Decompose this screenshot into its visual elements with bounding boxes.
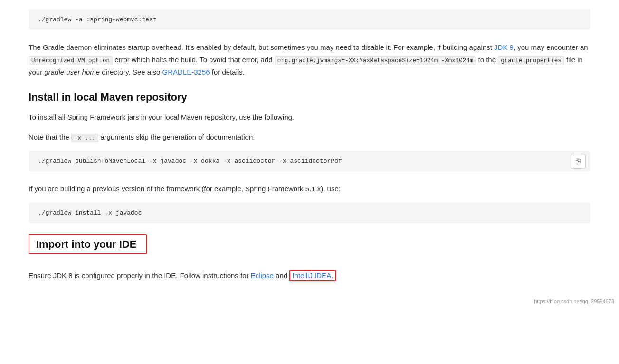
import-heading: Import into your IDE [36, 238, 136, 251]
maven-code-text: ./gradlew publishToMavenLocal -x javadoc… [38, 158, 342, 165]
inline-code-jvmargs: org.gradle.jvmargs=-XX:MaxMetaspaceSize=… [275, 56, 476, 65]
import-heading-container: Import into your IDE [29, 234, 590, 262]
watermark: https://blog.csdn.net/qq_29594673 [534, 299, 614, 304]
inline-code-x-dots: -x ... [71, 134, 98, 142]
para5-and: and [274, 271, 289, 280]
maven-code-block: ./gradlew publishToMavenLocal -x javadoc… [29, 151, 590, 171]
top-code-text: ./gradlew -a :spring-webmvc:test [38, 16, 157, 23]
paragraph-ide: Ensure JDK 8 is configured properly in t… [29, 270, 590, 282]
paragraph-note: Note that the -x ... arguments skip the … [29, 131, 590, 143]
page-container: ./gradlew -a :spring-webmvc:test The Gra… [0, 0, 619, 308]
jdk9-link[interactable]: JDK 9 [494, 43, 514, 51]
maven-code-wrapper: ./gradlew publishToMavenLocal -x javadoc… [29, 151, 590, 171]
para1-text-before-jdk: The Gradle daemon eliminates startup ove… [29, 43, 494, 51]
copy-maven-button[interactable]: ⎘ [571, 154, 586, 169]
install-code-wrapper: ./gradlew install -x javadoc [29, 203, 590, 223]
import-section-box: Import into your IDE [29, 234, 147, 254]
eclipse-link[interactable]: Eclipse [251, 271, 274, 280]
para1-text-after-code1: error which halts the build. To avoid th… [113, 56, 275, 64]
top-code-block: ./gradlew -a :spring-webmvc:test [29, 9, 590, 30]
install-heading: Install in local Maven repository [29, 91, 590, 103]
inline-code-gradle-properties: gradle.properties [498, 56, 564, 65]
para1-italic: gradle user home [44, 68, 100, 76]
intellij-idea-link[interactable]: IntelliJ IDEA. [292, 271, 333, 280]
intellij-link-box: IntelliJ IDEA. [289, 270, 336, 281]
para3-before: Note that the [29, 133, 71, 141]
para1-text-after-jdk: , you may encounter an [514, 43, 588, 51]
para5-before: Ensure JDK 8 is configured properly in t… [29, 271, 251, 280]
para1-text-end: for details. [210, 68, 245, 76]
para3-after: arguments skip the generation of documen… [98, 133, 255, 141]
inline-code-vm-option: Unrecognized VM option [29, 56, 113, 65]
paragraph-install-intro: To install all Spring Framework jars in … [29, 111, 590, 123]
paragraph-daemon: The Gradle daemon eliminates startup ove… [29, 41, 590, 78]
copy-maven-icon: ⎘ [576, 157, 581, 166]
gradle-3256-link[interactable]: GRADLE-3256 [162, 68, 210, 76]
para1-text-after-code2: to the [476, 56, 498, 64]
para1-text-after-italic: directory. See also [100, 68, 162, 76]
install-code-text: ./gradlew install -x javadoc [38, 209, 142, 216]
install-code-block: ./gradlew install -x javadoc [29, 203, 590, 223]
paragraph-previous-version: If you are building a previous version o… [29, 183, 590, 195]
